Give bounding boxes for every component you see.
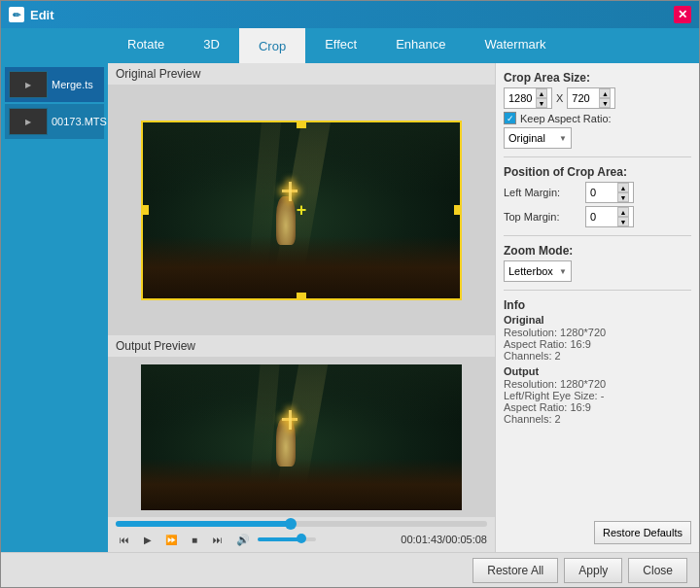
original-video-preview: + [141,121,462,300]
volume-thumb[interactable] [297,534,306,543]
left-margin-up[interactable]: ▲ [617,183,629,192]
close-button[interactable]: Close [628,558,687,583]
toolbar: Rotate 3D Crop Effect Enhance Watermark [1,28,699,63]
top-margin-input[interactable]: 0 ▲ ▼ [585,206,634,227]
position-group: Position of Crop Area: Left Margin: 0 ▲ … [504,165,691,227]
sidebar-item-label-mts: 00173.MTS [52,116,107,127]
tab-effect[interactable]: Effect [305,28,376,63]
tab-rotate[interactable]: Rotate [108,28,184,63]
crop-height-up[interactable]: ▲ [599,88,611,98]
crop-width-down[interactable]: ▼ [536,98,547,108]
divider-3 [504,290,691,291]
zoom-mode-group: Zoom Mode: Letterbox ▼ [504,244,691,282]
center-panel: Original Preview [108,63,495,552]
crop-handle-top[interactable] [297,122,306,128]
sidebar-item-label-merge: Merge.ts [52,79,93,90]
bottom-bar: Restore All Apply Close [1,552,699,587]
apply-button[interactable]: Apply [564,558,622,583]
crop-height-down[interactable]: ▼ [599,98,611,108]
tab-enhance[interactable]: Enhance [376,28,465,63]
skip-forward-button[interactable]: ⏭ [209,531,227,548]
output-video-preview [141,364,462,510]
x-separator: X [556,92,563,104]
info-title: Info [504,298,691,312]
crop-handle-right[interactable] [454,205,460,215]
divider-2 [504,235,691,236]
crop-width-input[interactable]: 1280 ▲ ▼ [504,87,552,109]
aspect-select-arrow: ▼ [559,134,567,143]
aspect-select[interactable]: Original ▼ [504,127,572,149]
left-margin-input[interactable]: 0 ▲ ▼ [585,182,634,203]
seek-bar[interactable] [116,521,487,527]
app-icon: ✏ [9,7,24,22]
edit-window: ✏ Edit ✕ Rotate 3D Crop Effect Enhance W… [0,0,700,588]
restore-defaults-button[interactable]: Restore Defaults [594,521,691,544]
info-original: Original Resolution: 1280*720 Aspect Rat… [504,314,691,362]
position-label: Position of Crop Area: [504,165,691,179]
zoom-mode-label: Zoom Mode: [504,244,691,258]
crop-handle-bottom[interactable] [297,293,306,298]
crop-handle-left[interactable] [143,205,149,215]
sidebar-thumb-mts: ▶ [9,108,48,135]
seek-fill [116,521,291,527]
sidebar-item-merge[interactable]: ▶ Merge.ts [5,67,104,102]
main-content: ▶ Merge.ts ▶ 00173.MTS Original Preview [1,63,699,552]
seek-bar-container [116,521,487,527]
info-section: Info Original Resolution: 1280*720 Aspec… [504,298,691,429]
tab-crop[interactable]: Crop [239,28,305,63]
skip-back-button[interactable]: ⏮ [116,531,133,548]
close-window-button[interactable]: ✕ [674,6,691,23]
crop-height-input[interactable]: 720 ▲ ▼ [567,87,615,109]
info-output-channels: Channels: 2 [504,413,691,425]
sidebar-thumb-merge: ▶ [9,71,48,98]
output-preview-area [108,357,495,517]
volume-bar[interactable] [258,537,316,541]
time-display: 00:01:43/00:05:08 [401,534,487,545]
info-original-aspect: Aspect Ratio: 16:9 [504,338,691,350]
info-output-aspect: Aspect Ratio: 16:9 [504,401,691,413]
step-forward-button[interactable]: ⏩ [162,531,180,548]
crop-area-size-group: Crop Area Size: 1280 ▲ ▼ X 720 ▲ [504,71,691,149]
sidebar: ▶ Merge.ts ▶ 00173.MTS [1,63,108,552]
sidebar-item-mts[interactable]: ▶ 00173.MTS [5,104,104,139]
info-output-eye-size: Left/Right Eye Size: - [504,390,691,401]
info-original-title: Original [504,314,691,326]
volume-fill [258,537,301,541]
window-title: Edit [30,8,674,22]
original-preview-label: Original Preview [108,63,495,85]
zoom-mode-select[interactable]: Letterbox ▼ [504,260,572,282]
info-output-title: Output [504,365,691,377]
seek-thumb[interactable] [285,518,297,530]
top-margin-label: Top Margin: [504,211,581,223]
title-bar: ✏ Edit ✕ [1,1,699,28]
volume-icon: 🔊 [236,534,250,546]
original-preview-area: + [108,85,495,335]
forest-scene-output [141,364,462,510]
info-output-resolution: Resolution: 1280*720 [504,378,691,390]
play-button[interactable]: ▶ [139,531,157,548]
keep-aspect-label: Keep Aspect Ratio: [520,113,612,124]
top-margin-down[interactable]: ▼ [617,217,629,226]
controls-row: ⏮ ▶ ⏩ ■ ⏭ 🔊 00:01:43/00:05:08 [116,531,487,548]
output-preview-label: Output Preview [108,335,495,357]
info-original-channels: Channels: 2 [504,350,691,362]
zoom-select-arrow: ▼ [559,267,567,276]
info-output: Output Resolution: 1280*720 Left/Right E… [504,365,691,425]
crosshair: + [297,200,307,221]
right-panel: Crop Area Size: 1280 ▲ ▼ X 720 ▲ [495,63,699,552]
divider-1 [504,156,691,157]
left-margin-label: Left Margin: [504,187,581,198]
left-margin-down[interactable]: ▼ [617,192,629,202]
crop-width-up[interactable]: ▲ [536,88,547,98]
player-bar: ⏮ ▶ ⏩ ■ ⏭ 🔊 00:01:43/00:05:08 [108,517,495,552]
tab-watermark[interactable]: Watermark [465,28,565,63]
tab-3d[interactable]: 3D [184,28,239,63]
crop-area-size-label: Crop Area Size: [504,71,691,85]
keep-aspect-checkbox[interactable]: ✓ [504,112,516,124]
stop-button[interactable]: ■ [186,531,203,548]
top-margin-up[interactable]: ▲ [617,207,629,217]
original-preview-section: Original Preview [108,63,495,335]
info-original-resolution: Resolution: 1280*720 [504,327,691,338]
output-preview-section: Output Preview [108,335,495,517]
restore-all-button[interactable]: Restore All [472,558,558,583]
